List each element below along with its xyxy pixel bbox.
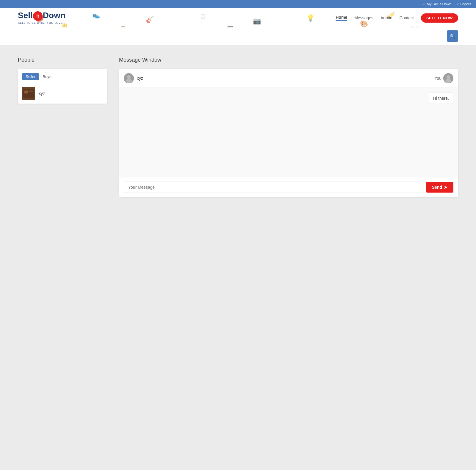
message-footer: Send ➤ — [119, 177, 458, 197]
logo-down: Down — [43, 11, 65, 20]
contact-list: xyz — [18, 83, 107, 104]
message-card: xyz You Hi there. — [119, 69, 458, 197]
main-nav: Home Messages Admin Contact SELL IT NOW — [336, 13, 458, 23]
message-header: xyz You — [119, 69, 458, 88]
people-card: Seller Buyer xyz — [18, 69, 107, 104]
tab-row: Seller Buyer — [18, 69, 107, 83]
top-bar: ♡ My Sell it Down ⇪ Logout — [0, 0, 476, 8]
search-icon: 🔍 — [450, 33, 455, 39]
svg-point-9 — [445, 79, 451, 83]
svg-point-8 — [447, 75, 450, 79]
contact-item[interactable]: xyz — [18, 83, 107, 104]
people-title: People — [18, 57, 107, 63]
contact-name: xyz — [39, 91, 45, 96]
send-label: Send — [432, 185, 442, 190]
svg-point-5 — [127, 75, 131, 79]
you-avatar-icon — [443, 73, 453, 83]
heart-icon: ♡ — [422, 2, 426, 6]
main-content: People Seller Buyer xyz — [0, 45, 476, 209]
send-icon: ➤ — [444, 185, 447, 190]
svg-point-6 — [126, 79, 132, 83]
nav-home[interactable]: Home — [336, 15, 347, 21]
logo-text: SellitDown — [18, 11, 65, 21]
message-input[interactable] — [124, 182, 423, 193]
logout-link[interactable]: ⇪ Logout — [456, 2, 471, 6]
seller-tab[interactable]: Seller — [22, 73, 39, 80]
message-body: Hi there. — [119, 88, 458, 177]
message-window-title: Message Window — [119, 57, 458, 63]
message-header-right: You — [434, 73, 453, 83]
message-window-panel: Message Window xyz You — [119, 57, 458, 197]
message-bubble: Hi there. — [429, 93, 453, 104]
contact-avatar-icon — [124, 73, 134, 83]
nav-contact[interactable]: Contact — [400, 15, 414, 20]
sell-it-now-button[interactable]: SELL IT NOW — [421, 13, 458, 23]
svg-rect-2 — [24, 90, 28, 93]
chat-contact-name: xyz — [137, 76, 143, 81]
search-area: 🔍 — [0, 27, 476, 45]
search-button[interactable]: 🔍 — [447, 30, 458, 42]
nav-messages[interactable]: Messages — [354, 15, 373, 20]
header: 🎒 🔑 👟 ⌚ 🎸 📱 🖥 🎮 📷 🔧 💡 📚 🎨 🎺 🏋 SellitDown… — [0, 8, 476, 45]
header-inner: SellitDown SELL TO BE WHAT YOU LOVE Home… — [0, 8, 476, 27]
send-button[interactable]: Send ➤ — [426, 182, 453, 193]
my-sell-it-down-link[interactable]: ♡ My Sell it Down — [422, 2, 452, 6]
logo: SellitDown SELL TO BE WHAT YOU LOVE — [18, 11, 65, 24]
logo-it: it — [33, 11, 43, 21]
message-header-left: xyz — [124, 73, 143, 83]
svg-rect-3 — [29, 90, 33, 92]
buyer-tab[interactable]: Buyer — [39, 73, 56, 80]
contact-avatar — [22, 87, 35, 100]
you-label: You — [434, 76, 441, 81]
logo-tagline: SELL TO BE WHAT YOU LOVE — [18, 21, 63, 24]
logo-sell: Sell — [18, 11, 33, 20]
logout-icon: ⇪ — [456, 2, 459, 6]
nav-admin[interactable]: Admin — [381, 15, 392, 20]
people-panel: People Seller Buyer xyz — [18, 57, 107, 104]
